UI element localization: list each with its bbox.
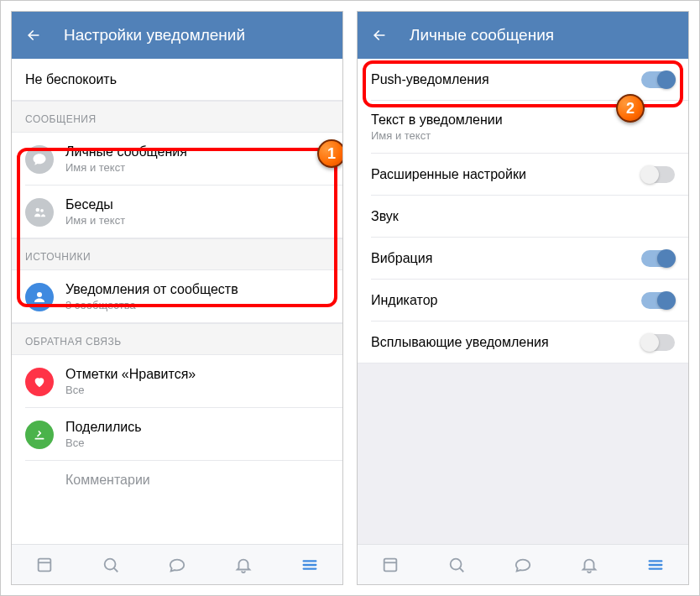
section-sources: ИСТОЧНИКИ xyxy=(12,238,342,270)
vibration-label: Вибрация xyxy=(371,251,432,266)
badge-2: 2 xyxy=(616,94,645,123)
message-icon xyxy=(25,145,54,174)
row-likes[interactable]: Отметки «Нравится» Все xyxy=(12,355,342,408)
personal-title: Личные сообщения xyxy=(65,144,187,159)
shares-sub: Все xyxy=(65,437,142,449)
svg-rect-5 xyxy=(384,558,397,571)
svg-point-2 xyxy=(37,292,42,297)
row-vibration[interactable]: Вибрация xyxy=(358,238,688,280)
row-shares[interactable]: Поделились Все xyxy=(12,408,342,461)
svg-rect-3 xyxy=(39,558,51,571)
indicator-label: Индикатор xyxy=(371,293,437,308)
nav-notifications-icon[interactable] xyxy=(233,555,253,575)
nav-messages-icon[interactable] xyxy=(513,555,533,575)
advanced-label: Расширенные настройки xyxy=(371,167,526,182)
dnd-label: Не беспокоить xyxy=(25,72,117,87)
sound-label: Звук xyxy=(371,209,399,224)
phone-right: Личные сообщения Push-уведомления Текст … xyxy=(357,11,689,585)
badge-1: 1 xyxy=(317,139,342,168)
page-title: Настройки уведомлений xyxy=(64,26,245,44)
row-popup[interactable]: Всплывающие уведомления xyxy=(358,322,688,363)
empty-area xyxy=(358,363,688,544)
row-personal-messages[interactable]: Личные сообщения Имя и текст xyxy=(12,133,342,186)
row-dnd[interactable]: Не беспокоить xyxy=(12,59,342,101)
svg-point-6 xyxy=(451,558,462,569)
header-left: Настройки уведомлений xyxy=(12,12,342,59)
back-button[interactable] xyxy=(369,25,389,45)
nav-search-icon[interactable] xyxy=(101,555,121,575)
comments-title: Комментарии xyxy=(65,473,150,488)
nav-feed-icon[interactable] xyxy=(34,555,55,575)
nav-feed-icon[interactable] xyxy=(380,555,400,575)
group-icon xyxy=(25,198,54,227)
popup-label: Всплывающие уведомления xyxy=(371,335,549,350)
textnotif-sub: Имя и текст xyxy=(371,129,503,142)
nav-notifications-icon[interactable] xyxy=(579,555,599,575)
share-icon xyxy=(25,421,54,449)
section-messages: СООБЩЕНИЯ xyxy=(12,101,342,133)
chats-title: Беседы xyxy=(65,197,125,212)
shares-title: Поделились xyxy=(65,420,142,435)
nav-search-icon[interactable] xyxy=(447,555,467,575)
community-icon xyxy=(25,283,54,311)
personal-sub: Имя и текст xyxy=(65,161,187,174)
chats-sub: Имя и текст xyxy=(65,214,125,227)
heart-icon xyxy=(25,368,54,396)
back-button[interactable] xyxy=(24,25,44,45)
row-communities[interactable]: Уведомления от сообществ 3 сообщества xyxy=(12,270,342,323)
navbar-left xyxy=(12,544,342,584)
advanced-toggle[interactable] xyxy=(641,166,675,183)
content-left: Не беспокоить СООБЩЕНИЯ Личные сообщения… xyxy=(12,59,342,544)
row-comments[interactable]: Комментарии xyxy=(12,461,342,503)
row-indicator[interactable]: Индикатор xyxy=(358,280,688,322)
header-right: Личные сообщения xyxy=(358,12,688,59)
row-sound[interactable]: Звук xyxy=(358,196,688,238)
content-right: Push-уведомления Текст в уведомлении Имя… xyxy=(358,59,688,544)
row-chats[interactable]: Беседы Имя и текст xyxy=(12,186,342,238)
row-advanced[interactable]: Расширенные настройки xyxy=(358,154,688,196)
push-toggle[interactable] xyxy=(641,71,675,88)
communities-sub: 3 сообщества xyxy=(65,299,238,311)
phone-left: Настройки уведомлений Не беспокоить СООБ… xyxy=(11,11,343,585)
textnotif-title: Текст в уведомлении xyxy=(371,112,503,128)
navbar-right xyxy=(358,544,688,584)
svg-point-4 xyxy=(105,558,116,569)
likes-title: Отметки «Нравится» xyxy=(65,367,196,382)
nav-menu-icon[interactable] xyxy=(300,555,320,575)
push-label: Push-уведомления xyxy=(371,72,489,87)
communities-title: Уведомления от сообществ xyxy=(65,282,238,297)
section-feedback: ОБРАТНАЯ СВЯЗЬ xyxy=(12,323,342,355)
popup-toggle[interactable] xyxy=(641,334,675,351)
vibration-toggle[interactable] xyxy=(641,250,675,267)
nav-messages-icon[interactable] xyxy=(167,555,187,575)
page-title: Личные сообщения xyxy=(410,26,554,44)
likes-sub: Все xyxy=(65,384,196,396)
indicator-toggle[interactable] xyxy=(641,292,675,309)
svg-point-1 xyxy=(40,208,44,212)
svg-point-0 xyxy=(36,207,40,212)
row-push[interactable]: Push-уведомления xyxy=(358,59,688,101)
nav-menu-icon[interactable] xyxy=(645,555,666,575)
